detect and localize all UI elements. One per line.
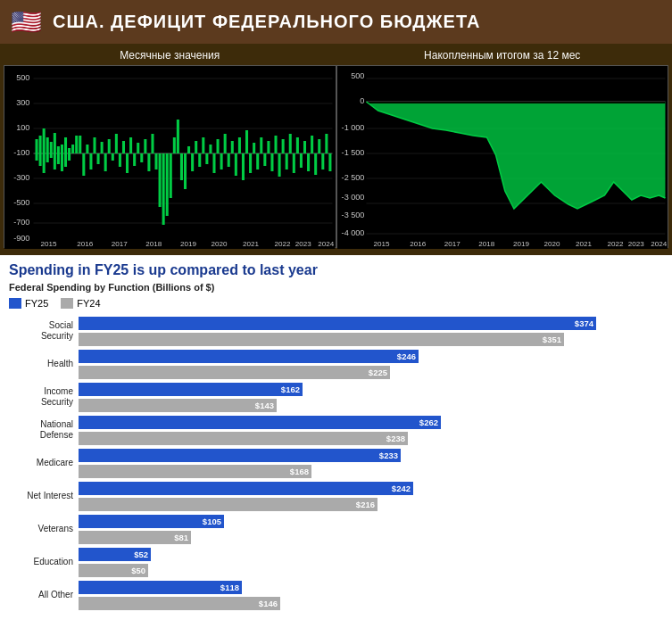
svg-rect-90 (228, 153, 230, 167)
rolling12-chart-area: 500 0 -1 000 -1 500 -2 500 -3 000 -3 500… (336, 65, 669, 248)
svg-rect-67 (144, 139, 146, 153)
svg-rect-117 (325, 134, 328, 153)
bar-fy25-value-7: $52 (134, 550, 151, 559)
svg-rect-87 (217, 139, 220, 153)
monthly-chart-subtitle: Месячные значения (120, 47, 220, 62)
svg-rect-75 (173, 137, 176, 153)
svg-rect-70 (155, 153, 158, 169)
svg-rect-116 (321, 153, 324, 169)
svg-rect-79 (187, 146, 190, 153)
bar-label-5: Net Interest (9, 491, 79, 501)
svg-rect-96 (249, 153, 252, 173)
bar-fy24-fill-1: $225 (79, 366, 390, 379)
bar-fy24-fill-3: $238 (79, 432, 408, 445)
bar-label-7: Education (9, 557, 79, 567)
bar-fy24-fill-8: $146 (79, 597, 280, 610)
bar-fy24-1: $225 (79, 365, 663, 379)
svg-rect-72 (162, 153, 165, 225)
svg-rect-62 (126, 153, 129, 173)
bar-fy25-5: $242 (79, 481, 663, 495)
bar-row-8: All Other$118$146 (9, 580, 663, 610)
svg-rect-88 (220, 153, 223, 169)
svg-rect-38 (75, 136, 78, 153)
svg-text:2016: 2016 (410, 240, 427, 248)
bar-fy25-fill-5: $242 (79, 482, 413, 495)
svg-rect-73 (166, 153, 169, 216)
bar-fy24-6: $81 (79, 530, 663, 544)
bar-group-6: $105$81 (79, 514, 663, 544)
bar-row-4: Medicare$233$168 (9, 448, 663, 478)
svg-text:-1 000: -1 000 (341, 123, 364, 132)
svg-rect-81 (195, 141, 197, 153)
bar-group-8: $118$146 (79, 580, 663, 610)
bar-label-0: SocialSecurity (9, 320, 79, 342)
svg-rect-77 (180, 153, 183, 180)
svg-rect-80 (191, 153, 194, 171)
flag-icon: 🇺🇸 (11, 7, 42, 37)
svg-rect-60 (119, 153, 121, 167)
legend-fy24: FY24 (61, 298, 100, 309)
bar-fy25-6: $105 (79, 514, 663, 528)
svg-rect-33 (57, 146, 60, 153)
bar-fy24-fill-7: $50 (79, 564, 148, 577)
svg-rect-146 (366, 102, 665, 103)
bar-fy24-0: $351 (79, 332, 663, 346)
svg-rect-56 (104, 153, 107, 171)
svg-text:2015: 2015 (373, 240, 390, 248)
bar-group-5: $242$216 (79, 481, 663, 511)
bar-group-0: $374$351 (79, 316, 663, 346)
svg-text:500: 500 (16, 73, 29, 82)
svg-text:0: 0 (360, 96, 364, 105)
svg-rect-100 (263, 153, 266, 166)
svg-rect-95 (245, 130, 248, 153)
bar-fy25-value-3: $262 (419, 417, 441, 427)
bar-fy25-value-1: $246 (397, 351, 419, 361)
svg-rect-63 (129, 137, 132, 153)
svg-rect-84 (205, 153, 208, 164)
bar-fy24-8: $146 (79, 596, 663, 610)
svg-rect-118 (328, 153, 331, 171)
bar-group-4: $233$168 (79, 448, 663, 478)
rolling12-chart-block: Накопленным итогом за 12 мес 500 0 -1 00… (336, 47, 669, 248)
header: 🇺🇸 США. ДЕФИЦИТ ФЕДЕРАЛЬНОГО БЮДЖЕТА (0, 0, 672, 44)
svg-rect-54 (97, 153, 100, 164)
bar-row-0: SocialSecurity$374$351 (9, 316, 663, 346)
bar-fy24-value-2: $143 (255, 401, 277, 410)
bar-fy25-fill-6: $105 (79, 515, 224, 528)
bar-fy25-value-0: $374 (575, 318, 596, 328)
bar-row-2: IncomeSecurity$162$143 (9, 382, 663, 412)
svg-rect-112 (307, 153, 310, 171)
spending-subtitle: Federal Spending by Function (Billions o… (9, 282, 663, 293)
bar-row-3: NationalDefense$262$238 (9, 415, 663, 445)
legend-fy25-label: FY25 (25, 298, 48, 309)
bar-fy25-value-4: $233 (379, 451, 401, 460)
legend-fy25: FY25 (9, 298, 48, 309)
svg-rect-55 (101, 142, 104, 153)
svg-text:500: 500 (351, 71, 364, 80)
svg-rect-46 (61, 153, 63, 171)
svg-text:2024: 2024 (318, 240, 335, 248)
bar-fy24-value-0: $351 (543, 335, 564, 344)
svg-text:2015: 2015 (41, 240, 58, 248)
bar-fy24-fill-6: $81 (79, 531, 191, 544)
bar-fy25-fill-3: $262 (79, 416, 441, 429)
bar-group-7: $52$50 (79, 547, 663, 577)
svg-rect-71 (159, 153, 162, 207)
bar-label-6: Veterans (9, 524, 79, 534)
svg-rect-57 (108, 139, 111, 153)
svg-text:2022: 2022 (274, 240, 291, 248)
svg-text:-4 000: -4 000 (341, 228, 364, 237)
bar-label-1: Health (9, 359, 79, 369)
svg-rect-115 (318, 139, 320, 153)
bar-fy25-value-2: $162 (281, 384, 303, 394)
bar-row-1: Health$246$225 (9, 349, 663, 379)
bottom-section: Spending in FY25 is up compared to last … (0, 255, 672, 620)
svg-rect-82 (198, 153, 201, 167)
svg-rect-109 (296, 137, 299, 153)
svg-rect-99 (260, 137, 262, 153)
monthly-chart-block: Месячные значения 500 300 100 -100 -300 … (4, 47, 336, 248)
svg-text:2022: 2022 (607, 240, 624, 248)
svg-text:2018: 2018 (145, 240, 162, 248)
svg-rect-48 (68, 153, 71, 161)
svg-rect-69 (151, 134, 153, 153)
